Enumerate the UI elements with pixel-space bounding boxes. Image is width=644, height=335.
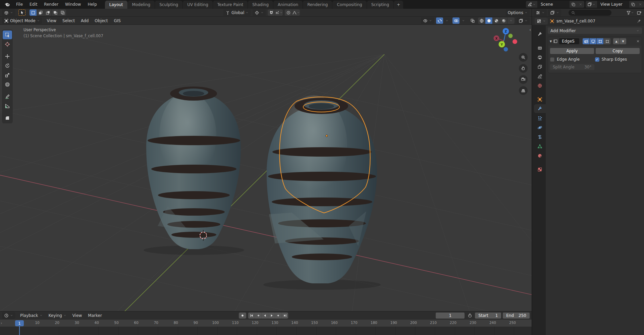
timeline-expand-chevron[interactable]: ›	[1, 321, 2, 325]
move-modifier-up-button[interactable]: ▲	[613, 38, 620, 44]
apply-modifier-button[interactable]: Apply	[550, 48, 594, 54]
scale-tool[interactable]	[3, 71, 12, 79]
shading-wireframe-button[interactable]	[478, 17, 485, 24]
current-frame-field[interactable]: 1	[436, 313, 465, 319]
filter-button[interactable]	[626, 9, 634, 16]
workspace-tab-animation[interactable]: Animation	[273, 1, 303, 9]
add-workspace-button[interactable]: +	[394, 1, 403, 9]
menu-window[interactable]: Window	[62, 0, 84, 9]
stopwatch-icon[interactable]	[466, 312, 473, 319]
properties-tab-render[interactable]	[534, 44, 546, 52]
breadcrumb-toggles-button[interactable]	[535, 18, 548, 24]
xray-toggle[interactable]	[469, 17, 476, 24]
viewport-menu-select[interactable]: Select	[59, 17, 78, 24]
sidebar-toggle[interactable]: ‹	[529, 27, 531, 32]
edge-angle-checkbox[interactable]	[550, 57, 554, 62]
snap-target-dropdown[interactable]	[275, 9, 283, 16]
menu-edit[interactable]: Edit	[26, 0, 41, 9]
current-frame-badge[interactable]: 1	[15, 320, 24, 326]
properties-tab-scene[interactable]	[534, 72, 546, 80]
vase-right-object[interactable]	[263, 95, 381, 290]
menu-render[interactable]: Render	[41, 0, 62, 9]
workspace-tab-sculpting[interactable]: Sculpting	[155, 1, 182, 9]
rotate-tool[interactable]	[3, 61, 12, 70]
select-box-tool[interactable]	[3, 31, 12, 39]
timeline-menu-view[interactable]: View	[69, 312, 85, 319]
pivot-dropdown[interactable]	[253, 9, 266, 16]
viewport-menu-gis[interactable]: GIS	[111, 17, 123, 24]
expand-modifier-button[interactable]: ▼	[550, 40, 552, 43]
gizmos-dropdown[interactable]	[443, 17, 450, 24]
navigation-gizmo[interactable]: Z X Y	[491, 26, 522, 57]
properties-search[interactable]	[569, 10, 611, 16]
menu-help[interactable]: Help	[84, 0, 100, 9]
transform-tool[interactable]	[3, 80, 12, 89]
properties-tab-world[interactable]	[534, 81, 546, 90]
jump-end-button[interactable]	[282, 313, 288, 319]
view-layer-copy-button[interactable]	[629, 1, 637, 8]
measure-tool[interactable]	[3, 102, 12, 110]
workspace-tab-texture-paint[interactable]: Texture Paint	[213, 1, 248, 9]
copy-modifier-button[interactable]: Copy	[596, 48, 640, 54]
properties-tab-particles[interactable]	[534, 114, 546, 122]
select-mode-subtract[interactable]	[44, 9, 51, 16]
timeline-menu-marker[interactable]: Marker	[85, 312, 105, 319]
viewport-menu-object[interactable]: Object	[92, 17, 111, 24]
properties-tab-view-layer[interactable]	[534, 62, 546, 71]
new-properties-button[interactable]	[635, 9, 642, 16]
workspace-tab-modeling[interactable]: Modeling	[128, 1, 155, 9]
gizmo-z-neg[interactable]	[504, 47, 508, 52]
properties-tab-modifiers[interactable]	[534, 104, 546, 113]
search-input[interactable]	[577, 11, 607, 15]
scene-name[interactable]: Scene	[537, 1, 570, 8]
workspace-tab-uv-editing[interactable]: UV Editing	[183, 1, 213, 9]
view-layer-remove-button[interactable]	[637, 1, 644, 8]
jump-start-button[interactable]	[248, 313, 255, 319]
timeline-menu-keying[interactable]: Keying	[46, 312, 69, 319]
add-modifier-dropdown[interactable]: Add Modifier	[548, 27, 642, 34]
timeline-tracks[interactable]	[0, 327, 532, 335]
properties-tab-data[interactable]	[534, 142, 546, 151]
nav-camera-button[interactable]	[519, 75, 528, 84]
view-layer-icon[interactable]	[586, 1, 597, 8]
visibility-dropdown[interactable]	[421, 17, 434, 24]
select-mode-extend[interactable]	[37, 9, 44, 16]
editor-type-button[interactable]	[2, 9, 15, 16]
active-tool-button[interactable]	[18, 9, 25, 16]
snap-toggle[interactable]	[268, 9, 275, 16]
split-angle-field[interactable]: Split Angle 30°	[550, 64, 594, 70]
vase-left-object[interactable]	[144, 87, 244, 255]
pin-icon[interactable]	[637, 19, 641, 23]
timeline-menu-playback[interactable]: Playback	[17, 312, 46, 319]
overlays-toggle[interactable]	[452, 17, 460, 24]
falloff-dropdown[interactable]	[292, 9, 300, 16]
cursor-tool[interactable]	[3, 40, 12, 49]
menu-file[interactable]: File	[13, 0, 26, 9]
play-back-button[interactable]	[262, 313, 268, 319]
select-mode-invert[interactable]	[52, 9, 59, 16]
viewport-menu-add[interactable]: Add	[78, 17, 92, 24]
workspace-tab-rendering[interactable]: Rendering	[303, 1, 332, 9]
properties-tab-object[interactable]	[534, 95, 546, 104]
blender-logo-icon[interactable]	[2, 0, 13, 9]
modifier-toggle-cage[interactable]	[604, 38, 610, 44]
overlays-dropdown[interactable]	[460, 17, 467, 24]
mode-dropdown[interactable]: Object Mode	[2, 17, 42, 24]
frame-end-field[interactable]: End250	[503, 313, 530, 319]
frame-start-field[interactable]: Start1	[475, 313, 501, 319]
workspace-tab-shading[interactable]: Shading	[248, 1, 273, 9]
gizmo-x-neg[interactable]	[513, 39, 517, 44]
properties-tab-output[interactable]	[534, 53, 546, 62]
gizmos-toggle[interactable]	[436, 17, 443, 24]
modifier-name-field[interactable]: EdgeS	[559, 38, 579, 44]
workspace-tab-scripting[interactable]: Scripting	[367, 1, 393, 9]
select-mode-intersect[interactable]	[59, 9, 66, 16]
record-button[interactable]	[239, 313, 246, 319]
scene-copy-button[interactable]	[570, 1, 577, 8]
timeline-ruler[interactable]: › 1 102030405060708090100110120130140150…	[0, 319, 532, 327]
properties-viewlayer-button[interactable]	[548, 9, 561, 16]
select-mode-set[interactable]	[30, 9, 37, 16]
orientation-dropdown[interactable]: Global	[223, 9, 251, 16]
shading-dropdown[interactable]	[507, 17, 515, 24]
properties-tab-texture[interactable]	[534, 165, 546, 174]
